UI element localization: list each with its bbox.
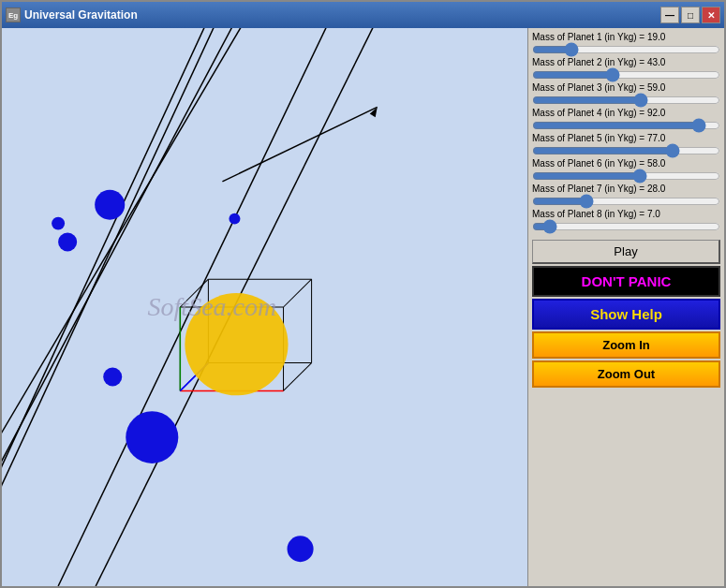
slider-input-1[interactable]	[532, 42, 720, 57]
title-bar: Eg Universal Gravitation — □ ✕	[2, 2, 724, 28]
dont-panic-button[interactable]: DON'T PANIC	[532, 266, 720, 297]
slider-row-2: Mass of Planet 2 (in Ykg) = 43.0	[532, 57, 720, 82]
sliders-container: Mass of Planet 1 (in Ykg) = 19.0Mass of …	[532, 32, 720, 234]
slider-label-3: Mass of Planet 3 (in Ykg) = 59.0	[532, 82, 720, 93]
svg-point-30	[229, 213, 240, 225]
svg-point-31	[288, 536, 314, 562]
slider-input-5[interactable]	[532, 143, 720, 158]
play-button[interactable]: Play	[532, 240, 720, 264]
slider-row-4: Mass of Planet 4 (in Ykg) = 92.0	[532, 108, 720, 133]
svg-point-24	[185, 293, 288, 395]
slider-row-1: Mass of Planet 1 (in Ykg) = 19.0	[532, 32, 720, 57]
zoom-in-button[interactable]: Zoom In	[532, 331, 720, 359]
slider-row-6: Mass of Planet 6 (in Ykg) = 58.0	[532, 158, 720, 184]
slider-input-8[interactable]	[532, 219, 720, 234]
window-title: Universal Gravitation	[24, 8, 657, 22]
minimize-button[interactable]: —	[660, 7, 679, 23]
slider-input-7[interactable]	[532, 194, 720, 209]
slider-label-2: Mass of Planet 2 (in Ykg) = 43.0	[532, 57, 720, 67]
slider-row-7: Mass of Planet 7 (in Ykg) = 28.0	[532, 184, 720, 209]
slider-label-7: Mass of Planet 7 (in Ykg) = 28.0	[532, 184, 720, 194]
slider-input-3[interactable]	[532, 93, 720, 108]
window-controls: — □ ✕	[660, 7, 720, 23]
slider-label-5: Mass of Planet 5 (in Ykg) = 77.0	[532, 133, 720, 143]
app-icon: Eg	[6, 7, 21, 22]
svg-point-29	[103, 368, 122, 387]
slider-row-5: Mass of Planet 5 (in Ykg) = 77.0	[532, 133, 720, 158]
slider-label-1: Mass of Planet 1 (in Ykg) = 19.0	[532, 32, 720, 42]
main-window: Eg Universal Gravitation — □ ✕	[0, 0, 726, 588]
svg-point-25	[126, 411, 178, 463]
svg-point-27	[58, 233, 77, 252]
slider-row-3: Mass of Planet 3 (in Ykg) = 59.0	[532, 82, 720, 108]
svg-point-26	[95, 190, 125, 220]
close-button[interactable]: ✕	[702, 7, 720, 23]
slider-input-2[interactable]	[532, 67, 720, 82]
show-help-button[interactable]: Show Help	[532, 299, 720, 330]
slider-row-8: Mass of Planet 8 (in Ykg) = 7.0	[532, 209, 720, 234]
zoom-out-button[interactable]: Zoom Out	[532, 360, 720, 388]
slider-label-8: Mass of Planet 8 (in Ykg) = 7.0	[532, 209, 720, 219]
slider-label-6: Mass of Planet 6 (in Ykg) = 58.0	[532, 158, 720, 169]
slider-input-4[interactable]	[532, 118, 720, 133]
sidebar: Mass of Planet 1 (in Ykg) = 19.0Mass of …	[527, 28, 724, 586]
slider-input-6[interactable]	[532, 169, 720, 184]
simulation-svg	[2, 28, 527, 586]
simulation-canvas: SoftSea.com	[2, 28, 527, 586]
window-content: SoftSea.com Mass of Planet 1 (in Ykg) = …	[2, 28, 724, 586]
maximize-button[interactable]: □	[681, 7, 700, 23]
slider-label-4: Mass of Planet 4 (in Ykg) = 92.0	[532, 108, 720, 118]
svg-point-28	[52, 217, 65, 230]
